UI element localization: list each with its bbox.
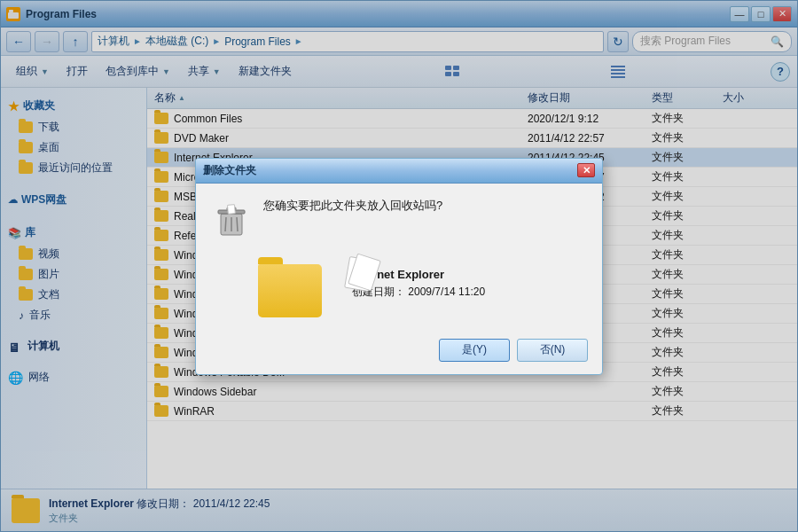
dialog-folder-info: Internet Explorer 创建日期： 2009/7/14 11:20: [196, 251, 602, 332]
big-folder-icon: [258, 264, 322, 317]
svg-line-13: [225, 217, 226, 231]
dialog-title-bar: 删除文件夹 ✕: [196, 159, 602, 184]
dialog-buttons: 是(Y) 否(N): [196, 332, 602, 374]
delete-dialog: 删除文件夹 ✕: [195, 158, 603, 375]
dialog-overlay: 删除文件夹 ✕: [0, 0, 798, 532]
dialog-no-button[interactable]: 否(N): [517, 339, 588, 362]
svg-rect-16: [227, 204, 235, 214]
dialog-question-text: 您确实要把此文件夹放入回收站吗?: [263, 198, 442, 221]
dialog-body: 您确实要把此文件夹放入回收站吗?: [196, 184, 602, 251]
recycle-bin-icon: [214, 201, 249, 237]
dialog-yes-button[interactable]: 是(Y): [439, 339, 510, 362]
big-folder-area: [258, 251, 338, 317]
folder-tab: [258, 257, 283, 264]
dialog-title: 删除文件夹: [203, 163, 256, 178]
dialog-close-button[interactable]: ✕: [577, 163, 595, 177]
svg-line-15: [237, 217, 238, 231]
